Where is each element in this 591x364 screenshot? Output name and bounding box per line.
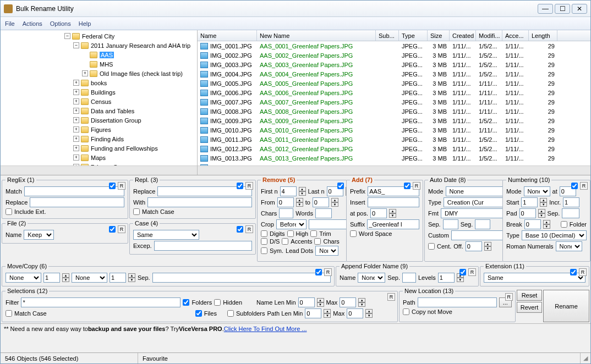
menu-help[interactable]: Help: [79, 20, 91, 27]
numbering-pad-input[interactable]: [519, 208, 536, 218]
repl-reset[interactable]: R: [245, 182, 253, 190]
tree-expand-icon[interactable]: +: [73, 80, 79, 86]
selections-reset[interactable]: R: [387, 293, 395, 301]
remove-chars-input[interactable]: [279, 208, 293, 218]
menu-actions[interactable]: Actions: [23, 20, 42, 27]
regex-include-ext[interactable]: [6, 208, 12, 215]
maximize-button[interactable]: ☐: [555, 4, 570, 14]
newlocation-path-input[interactable]: [418, 297, 497, 307]
selections-namelenmin-input[interactable]: [298, 297, 315, 307]
remove-digits[interactable]: [261, 230, 267, 237]
tree-expand-icon[interactable]: +: [73, 155, 79, 161]
tree-expand-icon[interactable]: +: [73, 98, 79, 104]
appendfolder-sep-input[interactable]: [402, 273, 416, 283]
tree-expand-icon[interactable]: +: [73, 89, 79, 95]
numbering-sep-input[interactable]: [562, 208, 579, 218]
file-row[interactable]: IMG_0010.JPGAAS_0010_Greenleaf Papers.JP…: [198, 125, 590, 135]
column-header[interactable]: Acce...: [502, 30, 529, 41]
tree-item[interactable]: +Maps: [1, 153, 197, 162]
file-row[interactable]: IMG_0004.JPGAAS_0004_Greenleaf Papers.JP…: [198, 69, 590, 79]
column-header[interactable]: Sub...: [376, 30, 399, 41]
column-header[interactable]: Modifi...: [476, 30, 502, 41]
file-row[interactable]: IMG_0007.JPGAAS_0007_Greenleaf Papers.JP…: [198, 97, 590, 107]
remove-from-input[interactable]: [277, 197, 294, 207]
tree-expand-icon[interactable]: −: [64, 33, 70, 39]
tree-expand-icon[interactable]: +: [73, 108, 79, 114]
selections-hidden[interactable]: [214, 299, 221, 306]
repl-enable[interactable]: [237, 183, 243, 189]
footer-link[interactable]: Click Here To Find Out More ...: [224, 326, 307, 332]
numbering-folder[interactable]: [561, 221, 567, 228]
autodate-off-input[interactable]: [466, 241, 482, 251]
appendfolder-name-select[interactable]: None: [358, 273, 385, 283]
add-atpos-input[interactable]: [370, 208, 387, 218]
file-row[interactable]: IMG_0006.JPGAAS_0006_Greenleaf Papers.JP…: [198, 88, 590, 97]
tree-expand-icon[interactable]: +: [73, 136, 79, 142]
remove-trim[interactable]: [310, 230, 317, 237]
add-insert-input[interactable]: [368, 197, 419, 207]
remove-accents[interactable]: [282, 238, 288, 245]
tree-item[interactable]: +Dissertation Group: [1, 115, 197, 125]
movecopy-reset[interactable]: R: [324, 268, 332, 276]
remove-chars2[interactable]: [314, 238, 321, 245]
column-header[interactable]: Name: [198, 30, 257, 41]
revert-button[interactable]: Revert: [517, 302, 542, 313]
regex-replace-input[interactable]: [30, 197, 124, 207]
tree-item[interactable]: +books: [1, 78, 197, 87]
rename-button[interactable]: Rename: [543, 290, 589, 322]
file-row[interactable]: IMG_0012.JPGAAS_0012_Greenleaf Papers.JP…: [198, 144, 590, 153]
column-header[interactable]: Type: [399, 30, 428, 41]
tree-item[interactable]: −Federal City: [1, 31, 197, 41]
repl-matchcase[interactable]: [133, 208, 140, 215]
tree-expand-icon[interactable]: +: [73, 126, 79, 133]
movecopy-sep-input[interactable]: [152, 273, 331, 283]
menu-file[interactable]: File: [5, 20, 15, 27]
tree-hscroll[interactable]: [1, 166, 197, 175]
remove-leaddots-select[interactable]: Non: [315, 246, 338, 256]
tree-item[interactable]: AAS: [1, 50, 197, 59]
list-hscroll[interactable]: [198, 166, 590, 175]
file-enable[interactable]: [109, 226, 116, 233]
file-list[interactable]: NameNew NameSub...TypeSizeCreatedModifi.…: [198, 30, 590, 175]
tree-item[interactable]: MHS: [1, 59, 197, 69]
column-header[interactable]: New Name: [257, 30, 376, 41]
reset-button[interactable]: Reset: [517, 290, 542, 301]
tree-item[interactable]: +Data and Tables: [1, 106, 197, 115]
tree-item[interactable]: +Buildings: [1, 87, 197, 97]
appendfolder-reset[interactable]: R: [468, 268, 476, 276]
remove-high[interactable]: [287, 230, 294, 237]
regex-reset[interactable]: R: [118, 182, 125, 190]
tree-expand-icon[interactable]: +: [82, 70, 88, 76]
numbering-reset[interactable]: R: [580, 182, 588, 190]
tree-item[interactable]: −2011 January Research and AHA trip: [1, 41, 197, 50]
folder-tree[interactable]: −Federal City−2011 January Research and …: [1, 30, 198, 175]
remove-crop-select[interactable]: Before: [276, 219, 307, 229]
remove-firstn-input[interactable]: [280, 186, 297, 196]
numbering-mode-select[interactable]: None: [524, 186, 550, 196]
remove-ds[interactable]: [261, 238, 267, 245]
add-reset[interactable]: R: [413, 182, 420, 190]
file-row[interactable]: IMG_0009.JPGAAS_0009_Greenleaf Papers.JP…: [198, 116, 590, 125]
file-row[interactable]: IMG_0013.JPGAAS_0013_Greenleaf Papers.JP…: [198, 153, 590, 163]
menu-options[interactable]: Options: [50, 20, 71, 27]
tree-item[interactable]: +Census: [1, 97, 197, 106]
regex-enable[interactable]: [109, 183, 116, 189]
case-enable[interactable]: [237, 226, 243, 233]
newlocation-reset[interactable]: R: [505, 293, 513, 301]
selections-namelenmax-input[interactable]: [340, 297, 356, 307]
newlocation-copynotmove[interactable]: [403, 308, 409, 315]
remove-words-input[interactable]: [315, 208, 332, 218]
tree-expand-icon[interactable]: +: [73, 145, 79, 151]
tree-item[interactable]: +Figures: [1, 125, 197, 134]
numbering-roman-select[interactable]: None: [556, 241, 582, 251]
movecopy-n2[interactable]: [110, 273, 126, 283]
firstn-spinner[interactable]: ▲▼: [299, 187, 306, 196]
remove-sym[interactable]: [261, 247, 267, 254]
movecopy-sel1[interactable]: None: [6, 273, 41, 283]
selections-pathlenmin-input[interactable]: [305, 308, 321, 318]
autodate-cent[interactable]: [428, 243, 435, 250]
case-reset[interactable]: R: [245, 225, 253, 233]
tree-expand-icon[interactable]: −: [73, 42, 79, 48]
tree-item[interactable]: +Finding Aids: [1, 134, 197, 144]
remove-to-input[interactable]: [313, 197, 329, 207]
